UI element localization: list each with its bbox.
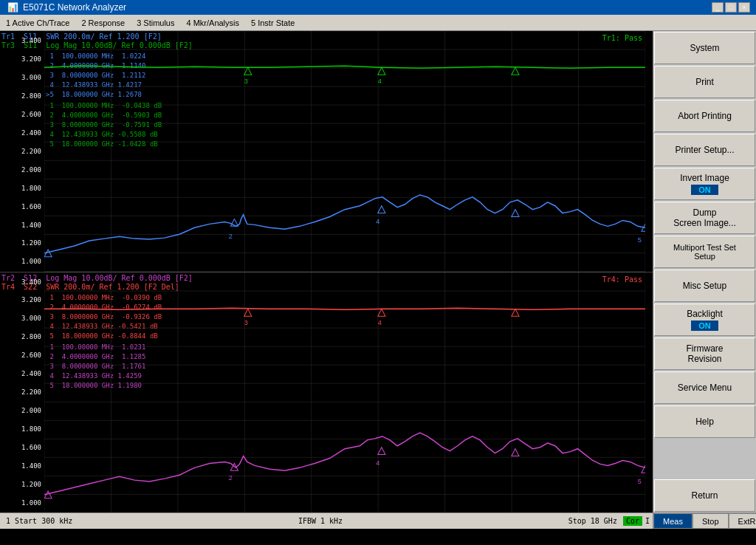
printer-setup-button[interactable]: Printer Setup... [654,134,755,166]
svg-text:3: 3 [244,319,248,326]
status-stop: Stop 18 GHz [563,517,623,525]
backlight-button[interactable]: Backlight ON [654,304,755,336]
minimize-button[interactable]: _ [712,2,724,13]
close-button[interactable]: × [738,2,750,13]
svg-marker-26 [512,67,519,75]
chart-area: Tr1 S11 SWR 200.0m/ Ref 1.200 [F2] Tr3 S… [0,31,653,529]
sidebar: System Print Abort Printing Printer Setu… [653,31,756,529]
status-ifbw: IFBW 1 kHz [78,517,562,525]
top-grid-area: 3 4 2 4 5 [44,31,645,272]
bottom-chart: Tr2 S12 Log Mag 10.00dB/ Ref 0.000dB [F2… [0,272,653,513]
tab-meas[interactable]: Meas [653,513,693,529]
svg-text:2: 2 [229,233,233,240]
svg-text:3: 3 [244,78,248,85]
svg-text:5: 5 [638,236,642,244]
abort-printing-button[interactable]: Abort Printing [654,100,755,132]
svg-text:4: 4 [378,319,382,326]
bottom-grid-area: 3 4 2 4 5 [44,272,645,513]
menu-response[interactable]: 2 Response [75,17,131,29]
svg-marker-32 [512,210,519,217]
status-bar: 1 Start 300 kHz IFBW 1 kHz Stop 18 GHz C… [0,513,653,529]
svg-marker-69 [512,448,519,456]
top-chart: Tr1 S11 SWR 200.0m/ Ref 1.200 [F2] Tr3 S… [0,31,653,272]
top-chart-svg: 3 4 2 4 5 [44,31,645,272]
return-button[interactable]: Return [654,479,755,512]
svg-marker-24 [244,67,252,75]
app-title: E5071C Network Analyzer [23,2,126,13]
multiport-setup-button[interactable]: Multiport Test Set Setup [654,236,755,268]
svg-marker-31 [378,206,385,213]
menu-bar: 1 Active Ch/Trace 2 Response 3 Stimulus … [0,15,756,31]
title-bar: 📊 E5071C Network Analyzer _ □ × [0,0,756,15]
bottom-tabs: Meas Stop ExtRef Svc [653,513,756,529]
bottom-chart-svg: 3 4 2 4 5 [44,272,645,513]
status-start: 1 Start 300 kHz [0,517,78,525]
misc-setup-button[interactable]: Misc Setup [654,270,755,302]
svg-marker-61 [244,309,252,316]
system-button[interactable]: System [654,32,755,64]
app-icon: 📊 [7,2,18,13]
bottom-y-axis: 3.400 3.200 3.000 2.800 2.600 2.400 2.20… [0,272,44,513]
firmware-revision-button[interactable]: Firmware Revision [654,337,755,370]
svg-text:4: 4 [376,219,379,226]
menu-instr-state[interactable]: 5 Instr State [245,17,300,29]
svg-marker-62 [378,309,385,316]
help-button[interactable]: Help [654,405,755,438]
tab-stop[interactable]: Stop [693,513,729,529]
maximize-button[interactable]: □ [725,2,737,13]
svg-text:5: 5 [638,478,642,485]
svg-text:2: 2 [229,474,233,481]
menu-active-ch[interactable]: 1 Active Ch/Trace [0,17,75,29]
menu-stimulus[interactable]: 3 Stimulus [131,17,180,29]
invert-image-button[interactable]: Invert Image ON [654,168,755,200]
print-button[interactable]: Print [654,66,755,98]
svg-marker-63 [512,309,519,316]
status-cor: Cor [623,516,642,526]
tab-extref[interactable]: ExtRef [729,513,756,529]
svg-text:4: 4 [378,78,382,85]
menu-mkr-analysis[interactable]: 4 Mkr/Analysis [180,17,245,29]
service-menu-button[interactable]: Service Menu [654,371,755,404]
svg-marker-25 [378,67,385,75]
main-container: Tr1 S11 SWR 200.0m/ Ref 1.200 [F2] Tr3 S… [0,31,756,529]
svg-text:4: 4 [376,459,379,467]
dump-screen-button[interactable]: Dump Screen Image... [654,202,755,234]
svg-marker-68 [378,447,385,454]
top-y-axis: 3.400 3.200 3.000 2.800 2.600 2.400 2.20… [0,31,44,272]
status-t: I [642,516,653,526]
